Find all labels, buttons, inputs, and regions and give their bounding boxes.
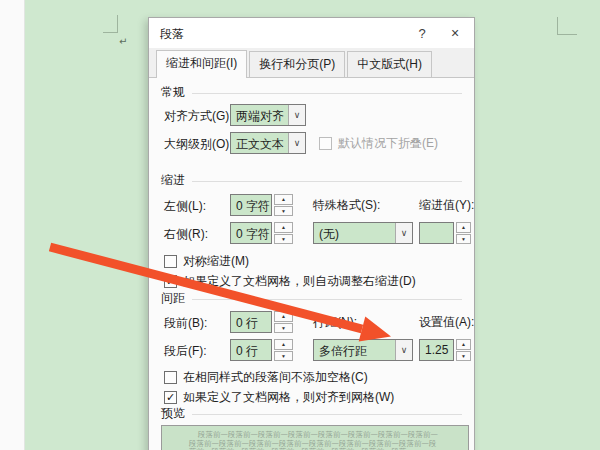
space-before-spinner[interactable]: 0 行 ▲ ▼ [230, 311, 293, 333]
space-after-label: 段后(F): [164, 343, 207, 360]
paragraph-dialog: 段落 ? × 缩进和间距(I) 换行和分页(P) 中文版式(H) 常规 对齐方式… [148, 17, 475, 450]
indent-left-spinner[interactable]: 0 字符 ▲ ▼ [230, 194, 293, 216]
alignment-value: 两端对齐 [231, 105, 288, 125]
spin-up-icon[interactable]: ▲ [274, 311, 293, 322]
outline-level-label: 大纲级别(O): [164, 136, 233, 153]
tab-strip: 缩进和间距(I) 换行和分页(P) 中文版式(H) [149, 48, 474, 78]
line-spacing-value: 多倍行距 [314, 340, 395, 360]
document-left-edge [0, 0, 25, 450]
spin-down-icon[interactable]: ▼ [456, 351, 471, 362]
tab-page: 常规 对齐方式(G): 两端对齐 ∨ 大纲级别(O): 正文文本 ∨ 默认情况下… [149, 78, 474, 450]
checkbox-box [319, 137, 332, 150]
tab-line-and-page-breaks[interactable]: 换行和分页(P) [249, 51, 345, 77]
outline-level-value: 正文文本 [231, 133, 288, 153]
indent-right-spinner[interactable]: 0 字符 ▲ ▼ [230, 222, 293, 244]
spacing-at-value[interactable]: 1.25 [419, 339, 454, 361]
spin-down-icon[interactable]: ▼ [274, 351, 293, 362]
spin-up-icon[interactable]: ▲ [274, 194, 293, 205]
close-icon[interactable]: × [445, 24, 465, 43]
spacing-at-label: 设置值(A): [419, 314, 474, 331]
spin-up-icon[interactable]: ▲ [456, 222, 471, 233]
page-margin-corner-right [557, 17, 577, 35]
special-indent-combobox[interactable]: (无) ∨ [313, 222, 413, 244]
spin-down-icon[interactable]: ▼ [274, 323, 293, 334]
indent-by-value[interactable] [419, 222, 454, 244]
paragraph-mark-icon: ↵ [119, 36, 127, 47]
auto-adjust-right-indent-checkbox[interactable]: ✓ 如果定义了文档网格，则自动调整右缩进(D) [164, 273, 416, 290]
no-space-same-style-checkbox[interactable]: 在相同样式的段落间不添加空格(C) [164, 369, 368, 386]
checkbox-checked-box[interactable]: ✓ [164, 275, 177, 288]
special-indent-label: 特殊格式(S): [313, 197, 380, 214]
spin-down-icon[interactable]: ▼ [456, 234, 471, 245]
checkbox-box[interactable] [164, 371, 177, 384]
group-spacing: 间距 [161, 290, 462, 307]
spin-down-icon[interactable]: ▼ [274, 206, 293, 217]
group-indent: 缩进 [161, 172, 462, 189]
spin-down-icon[interactable]: ▼ [274, 234, 293, 245]
chevron-down-icon[interactable]: ∨ [395, 223, 412, 243]
special-indent-value: (无) [314, 223, 395, 243]
group-general: 常规 [161, 84, 462, 101]
group-preview: 预览 [161, 405, 462, 422]
alignment-combobox[interactable]: 两端对齐 ∨ [230, 104, 306, 126]
spin-up-icon[interactable]: ▲ [274, 339, 293, 350]
dialog-titlebar: 段落 ? × [149, 18, 474, 48]
spacing-at-spinner[interactable]: 1.25 ▲ ▼ [419, 339, 471, 361]
space-after-spinner[interactable]: 0 行 ▲ ▼ [230, 339, 293, 361]
indent-by-label: 缩进值(Y): [419, 197, 474, 214]
space-before-label: 段前(B): [164, 315, 207, 332]
collapsed-by-default-checkbox: 默认情况下折叠(E) [319, 135, 438, 152]
chevron-down-icon[interactable]: ∨ [288, 105, 305, 125]
indent-left-label: 左侧(L): [164, 198, 206, 215]
chevron-down-icon[interactable]: ∨ [288, 133, 305, 153]
outline-level-combobox[interactable]: 正文文本 ∨ [230, 132, 306, 154]
preview-pane: 段落前一段落前一段落前一段落前一段落前一段落前一段落前一段落前一段落前一段落前一… [161, 425, 469, 450]
page-margin-corner-left [103, 15, 118, 33]
dialog-title: 段落 [160, 26, 184, 43]
spin-up-icon[interactable]: ▲ [274, 222, 293, 233]
indent-right-label: 右侧(R): [164, 226, 208, 243]
tab-indents-and-spacing[interactable]: 缩进和间距(I) [156, 50, 247, 78]
chevron-down-icon[interactable]: ∨ [395, 340, 412, 360]
line-spacing-combobox[interactable]: 多倍行距 ∨ [313, 339, 413, 361]
indent-left-value[interactable]: 0 字符 [230, 194, 272, 216]
alignment-label: 对齐方式(G): [164, 108, 233, 125]
checkbox-checked-box[interactable]: ✓ [164, 391, 177, 404]
line-spacing-label: 行距(N): [313, 314, 357, 331]
indent-by-spinner[interactable]: ▲ ▼ [419, 222, 471, 244]
preview-text: 段落前一段落前一段落前一段落前一段落前一段落前一段落前一段落前一段落前一段落前一… [162, 426, 468, 450]
tab-asian-typography[interactable]: 中文版式(H) [347, 51, 432, 77]
spin-up-icon[interactable]: ▲ [456, 339, 471, 350]
mirror-indents-checkbox[interactable]: 对称缩进(M) [164, 253, 249, 270]
space-after-value[interactable]: 0 行 [230, 339, 272, 361]
checkbox-box[interactable] [164, 255, 177, 268]
indent-right-value[interactable]: 0 字符 [230, 222, 272, 244]
space-before-value[interactable]: 0 行 [230, 311, 272, 333]
snap-to-grid-checkbox[interactable]: ✓ 如果定义了文档网格，则对齐到网格(W) [164, 389, 394, 406]
help-button[interactable]: ? [412, 24, 432, 43]
